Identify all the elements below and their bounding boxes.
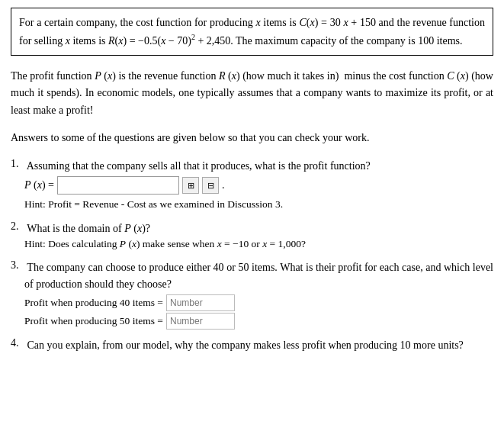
question-3: 3. The company can choose to produce eit… — [11, 259, 493, 329]
q3-profit-40-row: Profit when producing 40 items = — [24, 294, 493, 311]
q3-profit-50-input[interactable] — [166, 313, 235, 330]
problem-text: For a certain company, the cost function… — [19, 14, 485, 49]
questions-list: 1. Assuming that the company sells all t… — [11, 158, 493, 354]
q1-prefix: P (x) = — [24, 179, 54, 191]
q1-hint: Hint: Profit = Revenue - Cost as we exam… — [24, 197, 493, 212]
question-1: 1. Assuming that the company sells all t… — [11, 158, 493, 213]
q1-input-row: P (x) = ⊞ ⊟ . — [24, 176, 493, 195]
q3-text: The company can choose to produce either… — [24, 259, 493, 292]
q1-number: 1. — [11, 158, 24, 170]
q1-text: Assuming that the company sells all that… — [24, 158, 371, 175]
q1-formula-icon1[interactable]: ⊞ — [182, 177, 199, 194]
q2-text: What is the domain of P (x)? — [24, 220, 150, 237]
question-4: 4. Can you explain, from our model, why … — [11, 337, 493, 354]
answers-note: Answers to some of the questions are giv… — [11, 130, 493, 146]
q4-text: Can you explain, from our model, why the… — [24, 337, 464, 354]
section-profit-description: The profit function P (x) is the revenue… — [11, 68, 493, 119]
q1-answer-input[interactable] — [57, 176, 179, 195]
q3-profit-40-input[interactable] — [166, 294, 235, 311]
q2-number: 2. — [11, 220, 24, 233]
problem-box: For a certain company, the cost function… — [11, 8, 493, 56]
q3-number: 3. — [11, 259, 24, 272]
q1-formula-icon2[interactable]: ⊟ — [202, 177, 219, 194]
q1-period: . — [222, 179, 225, 191]
question-2: 2. What is the domain of P (x)? Hint: Do… — [11, 220, 493, 252]
q4-number: 4. — [11, 337, 24, 349]
q2-hint: Hint: Does calculating P (x) make sense … — [24, 236, 493, 252]
q3-profit-50-label: Profit when producing 50 items = — [24, 315, 163, 327]
q3-profit-40-label: Profit when producing 40 items = — [24, 297, 163, 309]
q3-profit-50-row: Profit when producing 50 items = — [24, 313, 493, 330]
